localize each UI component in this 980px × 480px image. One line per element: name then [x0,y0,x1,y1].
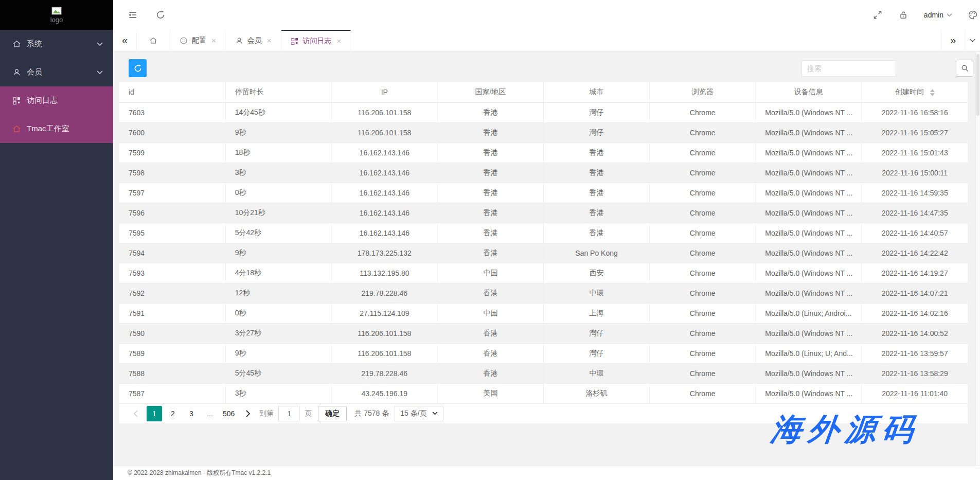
cell-device: Mozilla/5.0 (Windows NT ... [756,283,862,303]
cell-city: 灣仔 [544,323,650,343]
next-page-icon[interactable] [241,406,255,421]
sidebar: logo 系统 会员 [0,0,113,480]
username: admin [924,11,943,19]
prev-page-icon[interactable] [129,406,142,421]
page-button-1[interactable]: 1 [147,406,162,421]
tabs-scroll-left-icon[interactable]: « [113,30,137,51]
tab-access-log[interactable]: 访问日志 × [281,30,351,51]
column-header-duration[interactable]: 停留时长 [225,82,331,102]
column-header-browser[interactable]: 浏览器 [650,82,756,102]
tab-close-icon[interactable]: × [267,36,272,45]
page-button-3[interactable]: 3 [184,406,199,421]
refresh-icon[interactable] [155,10,166,20]
cell-id: 7589 [119,343,225,363]
goto-page-input[interactable] [278,406,300,421]
menu-fold-icon[interactable] [128,10,138,20]
tab-member[interactable]: 会员 × [226,30,281,51]
sidebar-item-access-log[interactable]: 访问日志 [0,86,113,115]
table-row: 76009秒116.206.101.158香港灣仔ChromeMozilla/5… [119,122,968,143]
tabs-menu-icon[interactable] [965,30,980,51]
cell-created: 2022-11-16 15:00:11 [862,163,968,183]
cell-city: 上海 [544,303,650,323]
table-header-row: id 停留时长 IP 国家/地区 城市 浏览器 设备信息 创建时间 [119,82,968,102]
cell-created: 2022-11-16 11:01:40 [862,383,968,403]
cell-browser: Chrome [650,383,756,403]
column-header-ip[interactable]: IP [331,82,437,102]
tab-home[interactable] [137,30,170,51]
lock-icon[interactable] [898,10,908,20]
tab-bar: « 配置 × 会员 × [113,30,980,51]
column-header-country[interactable]: 国家/地区 [437,82,543,102]
tabs-scroll-right-icon[interactable]: » [941,30,965,51]
column-header-id[interactable]: id [119,82,225,102]
scrollbar-thumb[interactable] [976,54,979,116]
cell-created: 2022-11-16 14:59:35 [862,183,968,203]
sidebar-item-system[interactable]: 系统 [0,30,113,58]
tab-close-icon[interactable]: × [211,36,216,45]
cell-duration: 10分21秒 [225,203,331,223]
cell-ip: 16.162.143.146 [331,183,437,203]
tab-bar-spacer [351,30,941,51]
cell-country: 香港 [437,183,543,203]
tab-config[interactable]: 配置 × [170,30,226,51]
cell-country: 美国 [437,383,543,403]
sidebar-item-tmac[interactable]: Tmac工作室 [0,115,113,143]
scrollbar[interactable] [975,52,980,466]
table-row: 75955分42秒16.162.143.146香港香港ChromeMozilla… [119,223,968,243]
sidebar-menu: 系统 会员 [0,30,113,143]
column-header-created[interactable]: 创建时间 [862,82,968,102]
cell-country: 香港 [437,243,543,263]
page-size-value: 15 条/页 [400,409,426,418]
page-button-506[interactable]: 506 [221,406,237,421]
chevron-down-icon [97,70,103,75]
user-dropdown[interactable]: admin [924,11,952,19]
cell-browser: Chrome [650,263,756,283]
confirm-button[interactable]: 确定 [318,406,347,421]
sidebar-item-member[interactable]: 会员 [0,58,113,86]
cell-device: Mozilla/5.0 (Windows NT ... [756,263,862,283]
cell-id: 7591 [119,303,225,323]
cell-city: 中環 [544,363,650,383]
table-row: 75983秒16.162.143.146香港香港ChromeMozilla/5.… [119,163,968,183]
cell-id: 7595 [119,223,225,243]
cell-device: Mozilla/5.0 (Windows NT ... [756,102,862,122]
cell-device: Mozilla/5.0 (Windows NT ... [756,143,862,163]
cell-duration: 9秒 [225,243,331,263]
sidebar-item-label: 访问日志 [27,96,58,105]
cell-id: 7587 [119,383,225,403]
table-row: 75899秒116.206.101.158香港灣仔ChromeMozilla/5… [119,343,968,363]
watermark-text: 海外源码 [769,409,922,451]
sidebar-item-label: 系统 [27,39,42,49]
search-button[interactable] [956,60,973,77]
cell-browser: Chrome [650,283,756,303]
cell-device: Mozilla/5.0 (Windows NT ... [756,163,862,183]
table-row: 759610分21秒16.162.143.146香港香港ChromeMozill… [119,203,968,223]
cell-ip: 219.78.228.46 [331,283,437,303]
cell-created: 2022-11-16 15:01:43 [862,143,968,163]
search-input[interactable] [801,60,896,77]
cell-city: 灣仔 [544,122,650,143]
top-bar: admin [113,0,980,30]
cell-device: Mozilla/5.0 (Windows NT ... [756,383,862,403]
cell-id: 7600 [119,122,225,143]
refresh-button[interactable] [129,59,147,77]
cell-city: 西安 [544,263,650,283]
sort-icon[interactable] [930,89,935,96]
page-size-select[interactable]: 15 条/页 [395,406,443,421]
fullscreen-icon[interactable] [872,10,883,20]
cell-country: 香港 [437,363,543,383]
cell-ip: 178.173.225.132 [331,243,437,263]
tab-close-icon[interactable]: × [337,37,342,45]
cell-city: 香港 [544,183,650,203]
chevron-down-icon [947,13,952,17]
theme-palette-icon[interactable] [968,10,978,20]
cell-id: 7592 [119,283,225,303]
column-header-device[interactable]: 设备信息 [756,82,862,102]
table-row: 75949秒178.173.225.132香港San Po KongChrome… [119,243,968,263]
cell-city: 香港 [544,143,650,163]
cell-city: 灣仔 [544,102,650,122]
cell-ip: 16.162.143.146 [331,223,437,243]
page-button-2[interactable]: 2 [165,406,181,421]
column-header-city[interactable]: 城市 [544,82,650,102]
cell-browser: Chrome [650,163,756,183]
